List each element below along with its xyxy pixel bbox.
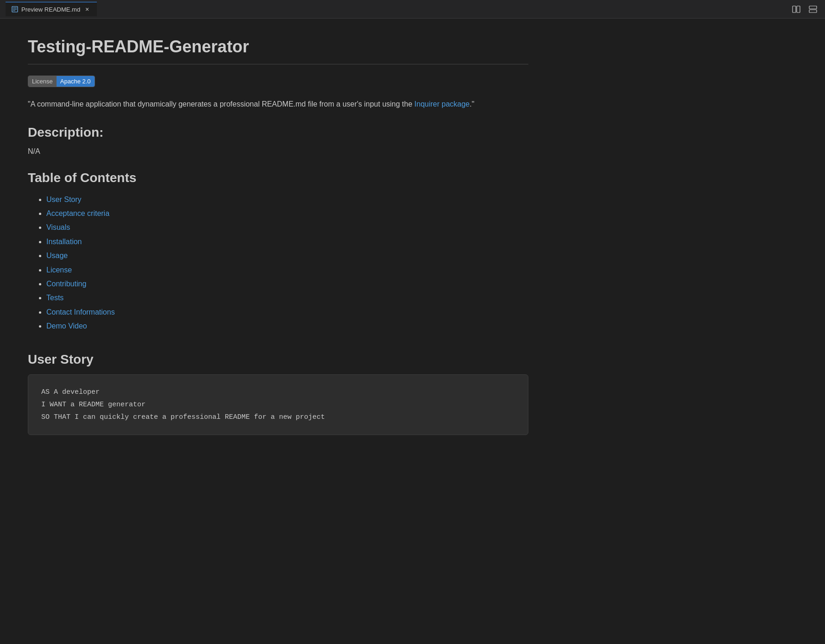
toc-link[interactable]: Demo Video bbox=[46, 322, 87, 330]
license-badge: License Apache 2.0 bbox=[28, 76, 95, 87]
svg-rect-6 bbox=[809, 6, 817, 9]
list-item: License bbox=[46, 263, 528, 277]
list-item: Visuals bbox=[46, 221, 528, 234]
list-item: Installation bbox=[46, 235, 528, 249]
svg-rect-5 bbox=[797, 6, 800, 13]
intro-paragraph: "A command-line application that dynamic… bbox=[28, 98, 528, 110]
list-item: Tests bbox=[46, 291, 528, 305]
toc-link[interactable]: Tests bbox=[46, 294, 63, 302]
intro-text-before: "A command-line application that dynamic… bbox=[28, 100, 414, 108]
toc-link[interactable]: Usage bbox=[46, 252, 68, 259]
user-story-heading: User Story bbox=[28, 352, 528, 367]
page-title: Testing-README-Generator bbox=[28, 37, 528, 57]
intro-text-after: ." bbox=[470, 100, 474, 108]
list-item: User Story bbox=[46, 193, 528, 207]
tab-icon bbox=[11, 6, 19, 13]
inquirer-link[interactable]: Inquirer package bbox=[414, 100, 470, 108]
titlebar-right bbox=[790, 3, 819, 16]
titlebar: Preview README.md × bbox=[0, 0, 825, 19]
tab-label: Preview README.md bbox=[21, 6, 80, 13]
list-item: Acceptance criteria bbox=[46, 207, 528, 221]
tab-close-button[interactable]: × bbox=[83, 5, 91, 13]
badge-label: License bbox=[28, 76, 57, 87]
toc-link[interactable]: Acceptance criteria bbox=[46, 209, 109, 217]
description-heading: Description: bbox=[28, 125, 528, 140]
list-item: Contact Informations bbox=[46, 305, 528, 319]
titlebar-left: Preview README.md × bbox=[6, 2, 97, 16]
toc-heading: Table of Contents bbox=[28, 170, 528, 185]
toc-link[interactable]: User Story bbox=[46, 196, 82, 203]
user-story-code-block: AS A developer I WANT a README generator… bbox=[28, 374, 528, 435]
list-item: Demo Video bbox=[46, 319, 528, 333]
toc-link[interactable]: Contact Informations bbox=[46, 308, 115, 316]
list-item: Usage bbox=[46, 249, 528, 263]
toc-link[interactable]: Visuals bbox=[46, 223, 70, 231]
layout-button[interactable] bbox=[806, 3, 819, 16]
description-text: N/A bbox=[28, 147, 528, 156]
user-story-section: User Story AS A developer I WANT a READM… bbox=[28, 352, 528, 435]
badge-value: Apache 2.0 bbox=[57, 76, 95, 87]
toc-section: Table of Contents User StoryAcceptance c… bbox=[28, 170, 528, 334]
title-divider bbox=[28, 64, 528, 64]
main-content: Testing-README-Generator License Apache … bbox=[0, 19, 556, 454]
toc-link[interactable]: Installation bbox=[46, 238, 82, 246]
toc-list: User StoryAcceptance criteriaVisualsInst… bbox=[28, 193, 528, 334]
svg-rect-7 bbox=[809, 10, 817, 13]
list-item: Contributing bbox=[46, 277, 528, 291]
toc-link[interactable]: License bbox=[46, 266, 72, 274]
svg-rect-4 bbox=[793, 6, 796, 13]
split-editor-button[interactable] bbox=[790, 3, 803, 16]
preview-tab[interactable]: Preview README.md × bbox=[6, 2, 97, 16]
toc-link[interactable]: Contributing bbox=[46, 280, 86, 288]
